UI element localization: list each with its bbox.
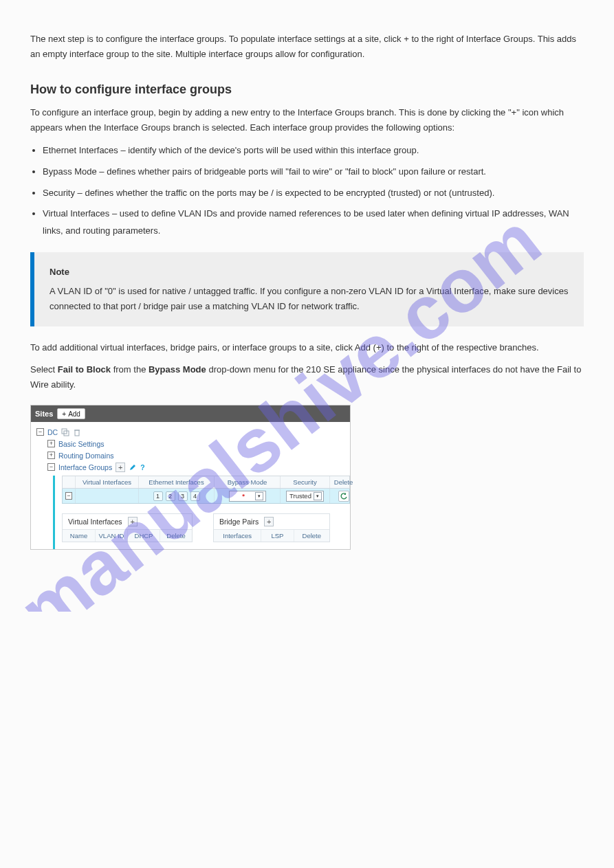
collapse-icon[interactable]: − xyxy=(47,463,55,471)
node-label[interactable]: Interface Groups xyxy=(58,463,112,471)
help-icon[interactable]: ? xyxy=(140,463,144,471)
node-label[interactable]: DC xyxy=(47,428,58,436)
config-screenshot: Sites + Add − DC + xyxy=(30,405,351,550)
list-item: Ethernet Interfaces – identify which of … xyxy=(43,142,584,159)
bypass-mode-select[interactable]: * ▾ xyxy=(229,491,266,502)
vi-col-delete: Delete xyxy=(160,530,192,542)
list-item: Virtual Interfaces – used to define VLAN… xyxy=(43,205,584,239)
bp-col-delete: Delete xyxy=(294,530,330,542)
note-box: Note A VLAN ID of "0" is used for native… xyxy=(30,252,584,326)
node-label[interactable]: Basic Settings xyxy=(58,440,105,448)
edit-icon[interactable] xyxy=(129,463,137,471)
collapse-icon[interactable]: − xyxy=(65,492,72,500)
vi-col-dhcp: DHCP xyxy=(127,530,160,542)
add-ifgroup-button[interactable]: + xyxy=(116,463,125,472)
virtual-interfaces-panel: Virtual Interfaces + Name VLAN ID DHCP D… xyxy=(62,513,193,542)
trash-icon[interactable] xyxy=(73,428,81,436)
ifgroup-row: − 1 2 3 4 * ▾ xyxy=(62,489,350,504)
col-delete: Delete xyxy=(329,476,357,488)
note-title: Note xyxy=(50,265,569,280)
section-heading: How to configure interface groups xyxy=(30,82,584,97)
eth-port-1[interactable]: 1 xyxy=(153,491,163,501)
clone-icon[interactable] xyxy=(61,428,69,436)
tree-node-routing: + Routing Domains xyxy=(47,449,346,461)
list-item: Bypass Mode – defines whether pairs of b… xyxy=(43,164,584,181)
panel-title: Virtual Interfaces xyxy=(68,518,122,526)
revert-button[interactable] xyxy=(338,491,349,502)
node-label[interactable]: Routing Domains xyxy=(58,452,114,460)
col-virtual-interfaces: Virtual Interfaces xyxy=(75,476,138,488)
add-bridge-pair-button[interactable]: + xyxy=(264,517,274,526)
eth-port-3[interactable]: 3 xyxy=(178,491,188,501)
intro-paragraph: The next step is to configure the interf… xyxy=(30,32,584,62)
plus-icon: + xyxy=(62,410,66,418)
panel-title: Bridge Pairs xyxy=(219,518,259,526)
eth-port-4[interactable]: 4 xyxy=(190,491,200,501)
eth-port-2[interactable]: 2 xyxy=(166,491,175,501)
tree-node-basic: + Basic Settings xyxy=(47,438,346,449)
ethernet-ports-cell: 1 2 3 4 xyxy=(138,489,214,503)
col-bypass-mode: Bypass Mode xyxy=(214,476,280,488)
vi-col-name: Name xyxy=(63,530,95,542)
expand-icon[interactable]: + xyxy=(47,452,55,459)
chevron-down-icon: ▾ xyxy=(314,492,322,500)
bridge-pairs-panel: Bridge Pairs + Interfaces LSP Delete xyxy=(213,513,330,542)
tree-node-dc: − DC xyxy=(36,426,346,438)
collapse-icon[interactable]: − xyxy=(36,428,44,436)
vi-col-vlan: VLAN ID xyxy=(95,530,127,542)
para-2: To add additional virtual interfaces, br… xyxy=(30,340,584,355)
add-site-button[interactable]: + Add xyxy=(57,408,85,419)
sites-bar: Sites + Add xyxy=(31,405,350,422)
list-item: Security – defines whether the traffic o… xyxy=(43,185,584,202)
expand-icon[interactable]: + xyxy=(47,440,55,447)
section-desc: To configure an interface group, begin b… xyxy=(30,105,584,135)
required-icon: * xyxy=(242,492,245,500)
bp-col-lsp: LSP xyxy=(261,530,293,542)
ifgroup-header-row: Virtual Interfaces Ethernet Interfaces B… xyxy=(62,476,350,489)
tree-node-ifgroups: − Interface Groups + ? xyxy=(47,461,346,473)
chevron-down-icon: ▾ xyxy=(255,492,263,500)
security-select[interactable]: Trusted ▾ xyxy=(286,491,324,502)
bp-col-interfaces: Interfaces xyxy=(214,530,261,542)
col-ethernet-interfaces: Ethernet Interfaces xyxy=(138,476,214,488)
sites-bar-label: Sites xyxy=(35,410,53,418)
para-3: Select Fail to Block from the Bypass Mod… xyxy=(30,362,584,392)
note-body: A VLAN ID of "0" is used for native / un… xyxy=(50,286,568,311)
svg-rect-3 xyxy=(75,430,79,436)
add-virtual-interface-button[interactable]: + xyxy=(128,517,138,526)
col-security: Security xyxy=(280,476,329,488)
